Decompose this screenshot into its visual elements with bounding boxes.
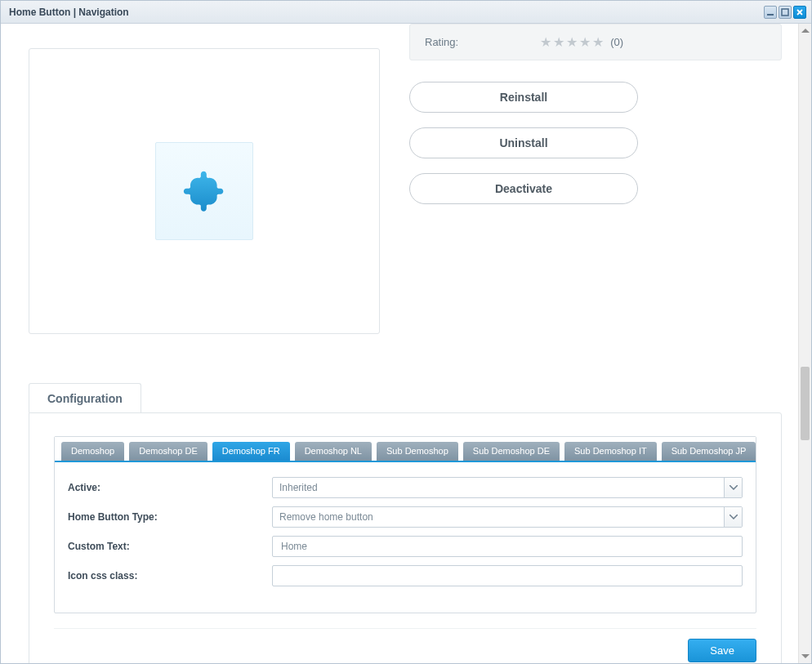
plugin-header-area: Rating: ★ ★ ★ ★ ★ (0) Reinstall Uninstal…	[1, 24, 798, 334]
star-icon: ★	[566, 34, 578, 50]
minimize-button[interactable]	[764, 6, 777, 19]
row-type: Home Button Type: Remove home button	[68, 506, 743, 528]
star-icon: ★	[579, 34, 591, 50]
reinstall-button[interactable]: Reinstall	[409, 82, 638, 113]
subshop-tab[interactable]: Demoshop FR	[212, 442, 290, 461]
custom-text-input-wrap	[272, 536, 743, 557]
uninstall-button[interactable]: Uninstall	[409, 127, 638, 158]
scroll-up-icon[interactable]	[799, 24, 811, 37]
type-select-value: Remove home button	[279, 511, 724, 523]
close-button[interactable]	[793, 6, 806, 19]
star-icon: ★	[592, 34, 604, 50]
action-buttons: Reinstall Uninstall Deactivate	[409, 82, 782, 204]
puzzle-icon	[181, 167, 227, 216]
tab-configuration[interactable]: Configuration	[29, 383, 141, 412]
svg-rect-0	[767, 14, 774, 16]
svg-rect-1	[782, 9, 788, 16]
save-button[interactable]: Save	[688, 639, 756, 662]
configuration-section: Configuration DemoshopDemoshop DEDemosho…	[29, 383, 782, 663]
scroll-down-icon[interactable]	[799, 650, 811, 663]
subshop-tabs: DemoshopDemoshop DEDemoshop FRDemoshop N…	[55, 437, 756, 462]
save-bar: Save	[54, 628, 756, 662]
titlebar[interactable]: Home Button | Navigation	[1, 1, 811, 24]
subshop-tab[interactable]: Sub Demoshop DE	[463, 442, 560, 461]
label-custom-text: Custom Text:	[68, 541, 272, 552]
subshop-tab[interactable]: Sub Demoshop JP	[662, 442, 756, 461]
window-body: Rating: ★ ★ ★ ★ ★ (0) Reinstall Uninstal…	[1, 24, 811, 663]
deactivate-button[interactable]: Deactivate	[409, 173, 638, 204]
rating-label: Rating:	[425, 36, 458, 48]
subshop-tab[interactable]: Demoshop	[61, 442, 124, 461]
scrollbar-thumb[interactable]	[801, 367, 810, 440]
rating-count: (0)	[610, 36, 623, 48]
label-type: Home Button Type:	[68, 511, 272, 523]
plugin-action-column: Rating: ★ ★ ★ ★ ★ (0) Reinstall Uninstal…	[409, 24, 782, 204]
row-icon-class: Icon css class:	[68, 565, 743, 586]
vertical-scrollbar[interactable]	[798, 24, 811, 663]
row-custom-text: Custom Text:	[68, 536, 743, 557]
label-icon-class: Icon css class:	[68, 570, 272, 582]
subshop-tab[interactable]: Demoshop DE	[129, 442, 207, 461]
subshop-tab[interactable]: Sub Demoshop	[377, 442, 458, 461]
plugin-window: Home Button | Navigation	[0, 0, 812, 664]
config-panel: DemoshopDemoshop DEDemoshop FRDemoshop N…	[29, 412, 782, 663]
chevron-down-icon[interactable]	[724, 478, 742, 497]
subshop-tab[interactable]: Sub Demoshop IT	[564, 442, 657, 461]
subshop-panel: DemoshopDemoshop DEDemoshop FRDemoshop N…	[54, 436, 756, 613]
plugin-image-panel	[29, 48, 380, 334]
maximize-button[interactable]	[779, 6, 792, 19]
rating-stars: ★ ★ ★ ★ ★ (0)	[540, 34, 623, 50]
active-select-value: Inherited	[279, 482, 724, 493]
chevron-down-icon[interactable]	[724, 507, 742, 527]
icon-class-input[interactable]	[279, 569, 735, 582]
config-form: Active: Inherited	[55, 462, 756, 613]
window-title: Home Button | Navigation	[9, 7, 764, 18]
window-controls	[764, 6, 806, 19]
label-active: Active:	[68, 482, 272, 493]
plugin-tile	[155, 142, 253, 240]
custom-text-input[interactable]	[279, 540, 735, 553]
type-select[interactable]: Remove home button	[272, 506, 743, 528]
active-select[interactable]: Inherited	[272, 477, 743, 498]
row-active: Active: Inherited	[68, 477, 743, 498]
content: Rating: ★ ★ ★ ★ ★ (0) Reinstall Uninstal…	[1, 24, 798, 663]
star-icon: ★	[540, 34, 551, 50]
rating-box: Rating: ★ ★ ★ ★ ★ (0)	[409, 24, 782, 60]
config-tab-header: Configuration	[29, 383, 782, 412]
star-icon: ★	[553, 34, 564, 50]
subshop-tab[interactable]: Demoshop NL	[295, 442, 372, 461]
icon-class-input-wrap	[272, 565, 743, 586]
